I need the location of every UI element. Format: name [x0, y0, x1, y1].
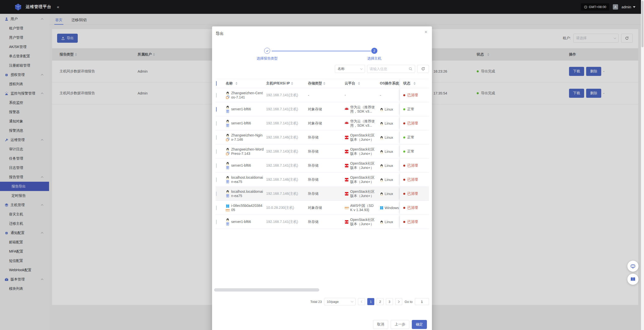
docs-book-button[interactable] [627, 274, 638, 285]
host-ip: 192.168.7.146(主机) [266, 177, 308, 182]
linux-icon [380, 220, 383, 224]
host-name: server1-bf66 [231, 107, 251, 111]
page-scrollbar[interactable] [641, 0, 644, 330]
page-button-2[interactable]: 2 [377, 298, 384, 305]
linux-icon [380, 150, 383, 153]
horizontal-scrollbar[interactable] [214, 288, 319, 292]
status-text: 正常 [407, 135, 414, 140]
book-icon [630, 276, 636, 282]
os-label: Linux [385, 135, 393, 139]
pagination: Total 23 10/page 1 2 3 Go to [310, 298, 429, 305]
row-checkbox[interactable] [216, 93, 217, 98]
huawei-cloud-icon [345, 121, 349, 125]
linux-icon [226, 119, 229, 123]
close-icon[interactable] [424, 29, 427, 34]
aws-icon: aws [226, 209, 230, 211]
search-category-select[interactable]: 名称 [335, 65, 365, 73]
host-ip: 192.168.7.141(主机) [266, 107, 308, 112]
row-checkbox[interactable] [216, 192, 217, 196]
host-ip: 10.0.28.230(主机) [266, 206, 308, 210]
status-dot [403, 122, 405, 124]
host-row[interactable]: server1-bf66 192.168.7.141(主机) 块存储 OpenS… [216, 159, 429, 173]
os-label: Linux [385, 107, 393, 111]
os-label: - [380, 93, 381, 97]
os-label: Linux [385, 121, 393, 125]
page-size-select[interactable]: 10/page [324, 298, 356, 305]
host-row[interactable]: server1-bf66 192.168.7.141(主机) 对象存储 华为云（… [216, 116, 429, 130]
openstack-icon [345, 178, 349, 182]
host-name: Zhangweizhen-Nginx-7.146 [231, 133, 264, 142]
host-name: server1-bf66 [231, 163, 251, 168]
row-checkbox[interactable] [216, 121, 217, 126]
host-row[interactable]: Zhangweizhen-WordPress-7.143 192.168.7.1… [216, 145, 429, 159]
search-input[interactable] [370, 67, 409, 71]
linux-icon [226, 148, 229, 151]
host-ip: 192.168.7.141(主机) [266, 163, 308, 168]
server-rack-icon [226, 166, 229, 169]
col-os[interactable]: OS操作系统 [380, 81, 400, 86]
col-storage[interactable]: 存储类型 [308, 81, 345, 86]
cancel-button[interactable]: 取消 [373, 320, 388, 329]
chevron-down-icon [360, 67, 363, 70]
linux-icon [226, 91, 229, 95]
export-dialog: 导出 2 选择报告类型 选择主机 名称 名称 主机IP/EXSi IP 存储类型… [212, 26, 432, 330]
windows-icon [380, 206, 383, 210]
col-ip[interactable]: 主机IP/EXSi IP [266, 81, 308, 86]
os-label: Windows [385, 206, 399, 210]
dialog-footer: 取消 上一步 确定 [373, 320, 427, 329]
goto-page-input[interactable] [415, 298, 429, 305]
check-icon [266, 49, 269, 53]
os-label: Linux [385, 220, 393, 224]
row-checkbox[interactable] [216, 177, 217, 182]
row-checkbox[interactable] [216, 107, 217, 112]
col-name[interactable]: 名称 [226, 79, 266, 87]
cloud-platform: OpenStack社区版本（Juno+） [350, 190, 375, 198]
floating-buttons [627, 261, 638, 285]
status-text: 已清理 [407, 163, 418, 168]
linux-icon [380, 136, 383, 139]
previous-step-button[interactable]: 上一步 [391, 320, 409, 329]
next-page-button[interactable] [395, 298, 402, 305]
host-row[interactable]: localhost.localdomain-ea75 192.168.7.146… [216, 187, 429, 201]
host-row[interactable]: aws i-08ec55b0a42038405 10.0.28.230(主机) … [216, 201, 429, 215]
prev-page-button[interactable] [358, 298, 365, 305]
storage-type: 块存储 [308, 149, 345, 154]
chevron-down-icon [351, 300, 353, 303]
host-row[interactable]: server1-bf66 192.168.7.141(主机) 块存储 OpenS… [216, 215, 429, 229]
col-cloud[interactable]: 云平台 [345, 81, 380, 86]
scrollbar-thumb[interactable] [641, 1, 643, 47]
assistant-robot-button[interactable] [627, 261, 638, 272]
row-checkbox[interactable] [216, 149, 217, 154]
host-ip: 192.168.7.141(主机) [266, 220, 308, 224]
host-row[interactable]: localhost.localdomain-ea75 192.168.7.146… [216, 173, 429, 187]
storage-type: 对象存储 [308, 206, 345, 210]
refresh-button[interactable] [417, 65, 429, 73]
host-row[interactable]: Zhangweizhen-Centos-7.141 192.168.7.141(… [216, 88, 429, 102]
status-text: 已清理 [407, 206, 418, 210]
cloud-platform: OpenStack社区版本（Juno+） [350, 218, 375, 226]
storage-type: - [308, 93, 345, 97]
os-label: Linux [385, 150, 393, 154]
host-row[interactable]: server1-bf66 192.168.7.141(主机) 对象存储 华为云（… [216, 102, 429, 116]
row-checkbox[interactable] [216, 220, 217, 224]
row-checkbox[interactable] [216, 163, 217, 168]
confirm-button[interactable]: 确定 [412, 320, 427, 329]
col-status[interactable]: 状态 [400, 79, 429, 88]
select-all-checkbox[interactable] [216, 81, 217, 86]
storage-type: 对象存储 [308, 107, 345, 112]
server-rack-icon [226, 194, 229, 198]
windows-icon [226, 204, 229, 208]
page-button-3[interactable]: 3 [386, 298, 393, 305]
linux-icon [380, 122, 383, 125]
status-text: 正常 [407, 107, 414, 112]
host-row[interactable]: Zhangweizhen-Nginx-7.146 192.168.7.146(主… [216, 130, 429, 145]
pagination-total: Total 23 [310, 300, 322, 304]
row-checkbox[interactable] [216, 135, 217, 140]
status-text: 正常 [407, 149, 414, 154]
openstack-icon [345, 164, 349, 168]
host-name: server1-bf66 [231, 220, 251, 224]
cloud-platform: OpenStack社区版本（Juno+） [350, 147, 375, 156]
row-checkbox[interactable] [216, 206, 217, 210]
page-button-1[interactable]: 1 [367, 298, 374, 305]
status-dot [403, 193, 405, 195]
